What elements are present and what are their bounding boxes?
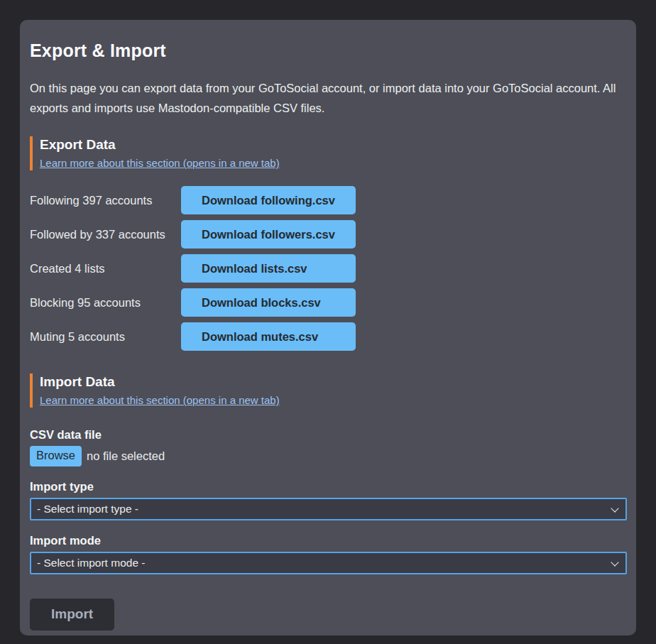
export-row-followers: Followed by 337 accounts Download follow…: [30, 220, 626, 249]
import-section-header: Import Data Learn more about this sectio…: [30, 373, 626, 408]
export-rows: Following 397 accounts Download followin…: [30, 186, 626, 351]
import-type-select-wrap: - Select import type -: [30, 498, 627, 520]
csv-file-field: CSV data file Browse no file selected: [30, 427, 626, 466]
import-section-heading: Import Data: [40, 373, 626, 391]
export-section-heading: Export Data: [40, 136, 626, 153]
download-followers-button[interactable]: Download followers.csv: [181, 220, 356, 249]
download-following-button[interactable]: Download following.csv: [181, 186, 356, 214]
page-description: On this page you can export data from yo…: [30, 78, 626, 118]
import-type-select[interactable]: - Select import type -: [30, 498, 627, 520]
export-section-header: Export Data Learn more about this sectio…: [30, 136, 626, 170]
export-row-label: Followed by 337 accounts: [30, 228, 181, 241]
import-submit-button[interactable]: Import: [30, 599, 114, 631]
export-row-mutes: Muting 5 accounts Download mutes.csv: [30, 322, 626, 351]
export-row-blocks: Blocking 95 accounts Download blocks.csv: [30, 288, 626, 317]
download-lists-button[interactable]: Download lists.csv: [181, 254, 356, 283]
import-learn-more-link[interactable]: Learn more about this section (opens in …: [40, 394, 280, 406]
export-import-panel: Export & Import On this page you can exp…: [20, 20, 636, 635]
import-mode-select-wrap: - Select import mode -: [30, 552, 627, 574]
export-row-lists: Created 4 lists Download lists.csv: [30, 254, 626, 283]
file-input-row: Browse no file selected: [30, 446, 626, 466]
import-mode-field: Import mode - Select import mode -: [30, 533, 626, 574]
page-title: Export & Import: [30, 40, 626, 61]
export-row-label: Muting 5 accounts: [30, 330, 181, 344]
export-row-label: Following 397 accounts: [30, 194, 181, 207]
export-row-label: Created 4 lists: [30, 262, 181, 275]
download-mutes-button[interactable]: Download mutes.csv: [181, 322, 356, 351]
export-row-following: Following 397 accounts Download followin…: [30, 186, 626, 214]
import-mode-label: Import mode: [30, 533, 626, 547]
export-row-label: Blocking 95 accounts: [30, 296, 181, 310]
browse-file-button[interactable]: Browse: [30, 446, 82, 466]
csv-file-label: CSV data file: [30, 427, 626, 442]
import-mode-select[interactable]: - Select import mode -: [30, 552, 627, 574]
import-type-label: Import type: [30, 479, 626, 493]
export-learn-more-link[interactable]: Learn more about this section (opens in …: [40, 157, 280, 169]
download-blocks-button[interactable]: Download blocks.csv: [181, 288, 356, 317]
file-selection-status: no file selected: [87, 449, 165, 463]
import-type-field: Import type - Select import type -: [30, 479, 626, 520]
